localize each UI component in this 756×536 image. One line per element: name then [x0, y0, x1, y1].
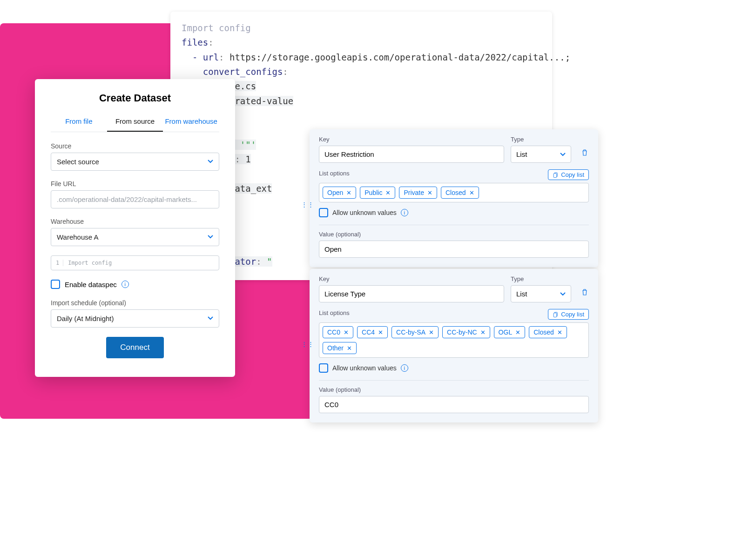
- value-label: Value (optional): [319, 386, 589, 393]
- config-code-editor[interactable]: 1 Import config: [51, 255, 219, 270]
- remove-chip-icon[interactable]: ✕: [347, 345, 352, 352]
- schedule-select[interactable]: Daily (At Midnight): [51, 309, 219, 328]
- warehouse-select-value: Warehouse A: [57, 233, 99, 241]
- list-option-chip[interactable]: Private ✕: [399, 187, 437, 199]
- remove-chip-icon[interactable]: ✕: [469, 189, 474, 196]
- info-icon[interactable]: i: [401, 364, 408, 372]
- value-label: Value (optional): [319, 231, 589, 238]
- allow-unknown-label: Allow unknown values: [332, 364, 397, 372]
- allow-unknown-checkbox[interactable]: [319, 363, 328, 373]
- list-option-chip[interactable]: OGL ✕: [494, 326, 526, 338]
- trash-icon[interactable]: [580, 148, 589, 159]
- remove-chip-icon[interactable]: ✕: [429, 329, 434, 336]
- metadata-card: ⋮⋮KeyLicense TypeTypeListList optionsCop…: [310, 269, 598, 422]
- remove-chip-icon[interactable]: ✕: [344, 329, 349, 336]
- line-number: 1: [56, 260, 63, 266]
- copy-list-button[interactable]: Copy list: [548, 309, 589, 320]
- list-option-chip[interactable]: Other ✕: [323, 342, 357, 354]
- dataspec-label: Enable dataspec: [65, 281, 117, 288]
- file-url-input[interactable]: .com/operational-data/2022/capital-marke…: [51, 190, 219, 208]
- divider: [319, 380, 589, 381]
- connect-button[interactable]: Connect: [106, 337, 163, 358]
- list-option-chip[interactable]: Closed ✕: [529, 326, 567, 338]
- divider: [319, 225, 589, 225]
- warehouse-label: Warehouse: [51, 218, 219, 225]
- dataset-tabs: From fileFrom sourceFrom warehouse: [51, 113, 219, 132]
- allow-unknown-label: Allow unknown values: [332, 209, 397, 216]
- list-option-chip[interactable]: Public ✕: [360, 187, 395, 199]
- chevron-down-icon: [208, 233, 213, 241]
- value-input[interactable]: Open: [319, 241, 589, 258]
- source-select-value: Select source: [57, 158, 99, 166]
- list-option-chip[interactable]: CC0 ✕: [323, 326, 353, 338]
- key-input[interactable]: User Restriction: [319, 146, 504, 163]
- trash-icon[interactable]: [580, 288, 589, 298]
- list-option-chip[interactable]: CC-by-SA ✕: [392, 326, 439, 338]
- create-dataset-modal: Create Dataset From fileFrom sourceFrom …: [35, 79, 235, 377]
- schedule-select-value: Daily (At Midnight): [57, 315, 114, 322]
- clipboard-icon: [553, 172, 559, 178]
- tab-from-file[interactable]: From file: [51, 113, 107, 132]
- list-option-chip[interactable]: Open ✕: [323, 187, 356, 199]
- drag-handle-icon[interactable]: ⋮⋮: [301, 341, 314, 348]
- chevron-down-icon: [208, 315, 213, 322]
- source-label: Source: [51, 142, 219, 150]
- key-label: Key: [319, 275, 504, 282]
- source-select[interactable]: Select source: [51, 153, 219, 171]
- key-label: Key: [319, 136, 504, 143]
- schedule-label: Import schedule (optional): [51, 299, 219, 307]
- metadata-card: ⋮⋮KeyUser RestrictionTypeListList option…: [310, 129, 598, 267]
- type-select[interactable]: List: [511, 285, 571, 302]
- tab-from-source[interactable]: From source: [107, 113, 163, 132]
- allow-unknown-checkbox[interactable]: [319, 208, 328, 217]
- file-url-label: File URL: [51, 180, 219, 188]
- list-options-label: List options: [319, 170, 350, 177]
- list-options-label: List options: [319, 309, 350, 316]
- remove-chip-icon[interactable]: ✕: [378, 329, 383, 336]
- key-input[interactable]: License Type: [319, 285, 504, 302]
- svg-rect-3: [554, 313, 557, 317]
- warehouse-select[interactable]: Warehouse A: [51, 228, 219, 246]
- code-placeholder: Import config: [68, 260, 112, 266]
- type-label: Type: [511, 136, 571, 143]
- tab-from-warehouse[interactable]: From warehouse: [163, 113, 219, 132]
- list-option-chip[interactable]: Closed ✕: [441, 187, 479, 199]
- list-options-input[interactable]: CC0 ✕CC4 ✕CC-by-SA ✕CC-by-NC ✕OGL ✕Close…: [319, 322, 589, 358]
- type-label: Type: [511, 275, 571, 282]
- info-icon[interactable]: i: [122, 281, 129, 288]
- modal-title: Create Dataset: [51, 92, 219, 104]
- remove-chip-icon[interactable]: ✕: [480, 329, 486, 336]
- svg-rect-1: [554, 174, 557, 178]
- list-option-chip[interactable]: CC-by-NC ✕: [442, 326, 490, 338]
- type-select[interactable]: List: [511, 146, 571, 163]
- value-input[interactable]: CC0: [319, 396, 589, 413]
- dataspec-checkbox[interactable]: [51, 280, 60, 289]
- remove-chip-icon[interactable]: ✕: [515, 329, 520, 336]
- clipboard-icon: [553, 311, 559, 317]
- copy-list-button[interactable]: Copy list: [548, 169, 589, 180]
- list-option-chip[interactable]: CC4 ✕: [357, 326, 388, 338]
- remove-chip-icon[interactable]: ✕: [385, 189, 391, 196]
- drag-handle-icon[interactable]: ⋮⋮: [301, 201, 314, 208]
- remove-chip-icon[interactable]: ✕: [346, 189, 351, 196]
- remove-chip-icon[interactable]: ✕: [557, 329, 562, 336]
- remove-chip-icon[interactable]: ✕: [427, 189, 432, 196]
- chevron-down-icon: [208, 158, 213, 166]
- chevron-down-icon: [560, 291, 566, 297]
- chevron-down-icon: [560, 152, 566, 157]
- list-options-input[interactable]: Open ✕Public ✕Private ✕Closed ✕: [319, 183, 589, 202]
- info-icon[interactable]: i: [401, 209, 408, 216]
